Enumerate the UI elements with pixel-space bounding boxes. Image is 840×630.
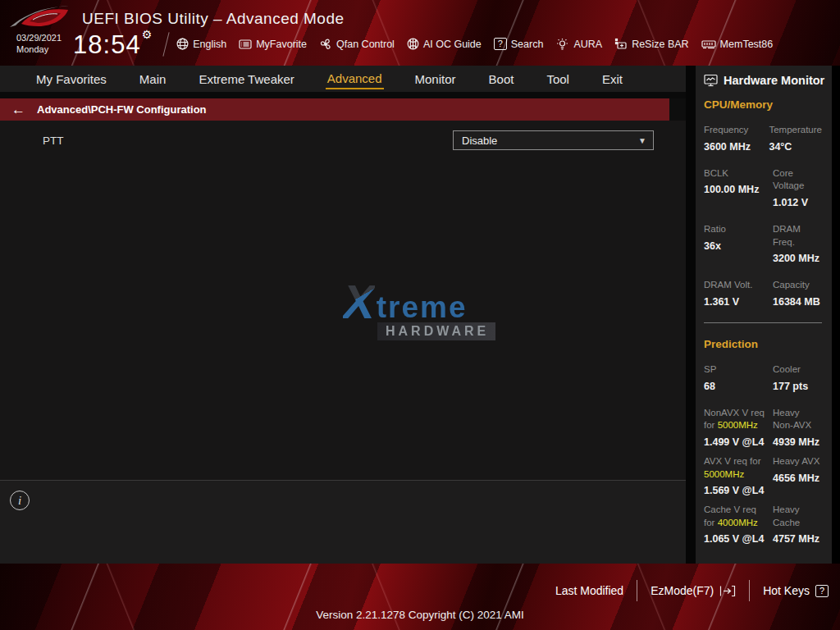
monitor-label: Heavy Cache [773, 504, 822, 529]
tab-exit[interactable]: Exit [600, 69, 624, 89]
app-title: UEFI BIOS Utility – Advanced Mode [82, 10, 345, 28]
ezmode-button[interactable]: EzMode(F7) [651, 584, 736, 597]
breadcrumb[interactable]: ← Advanced\PCH-FW Configuration [0, 98, 669, 121]
resize-bar-icon [614, 38, 628, 51]
monitor-value: 1.569 V @L4 [704, 484, 769, 497]
ptt-setting-label: PTT [43, 135, 64, 147]
monitor-value: 36x [704, 240, 769, 253]
monitor-label: SP [704, 363, 769, 377]
monitor-label: Heavy AVX [773, 455, 822, 468]
monitor-label: Heavy Non-AVX [773, 407, 822, 432]
search-button[interactable]: ? Search [494, 38, 544, 50]
date-value: 03/29/2021 [16, 33, 62, 44]
ai-oc-guide-button[interactable]: AI OC Guide [407, 38, 482, 50]
search-icon: ? [494, 38, 507, 50]
quick-item-label: AI OC Guide [423, 39, 482, 50]
footer-divider [749, 580, 750, 601]
monitor-value: 34°C [769, 140, 822, 153]
tab-advanced[interactable]: Advanced [326, 68, 384, 89]
quick-access-bar: 03/29/2021 Monday 18:54⚙ English MyFavor… [16, 28, 785, 60]
monitor-row-sp-cooler: SP68 Cooler177 pts [704, 363, 825, 393]
monitor-label: Temperature [769, 124, 822, 137]
main-column: My Favorites Main Extreme Tweaker Advanc… [0, 66, 686, 564]
quick-item-label: ReSize BAR [632, 39, 688, 50]
monitor-value: 1.361 V [704, 295, 769, 308]
tab-monitor[interactable]: Monitor [413, 69, 458, 89]
monitor-value: 4939 MHz [773, 436, 822, 449]
fan-icon [319, 38, 332, 51]
monitor-label: DRAM Volt. [704, 279, 769, 292]
monitor-value: 16384 MB [773, 295, 822, 308]
freq-highlight: 4000MHz [718, 518, 758, 527]
info-icon: i [10, 491, 30, 510]
globe-icon [176, 38, 189, 50]
monitor-row-avx: AVX V req for 5000MHz 1.569 V @L4 Heavy … [704, 455, 825, 497]
memtest86-button[interactable]: MemTest86 [701, 39, 774, 50]
mid-region: My Favorites Main Extreme Tweaker Advanc… [0, 66, 832, 564]
back-arrow-icon[interactable]: ← [11, 103, 25, 116]
sidebar-divider [704, 322, 822, 323]
quick-item-label: AURA [573, 39, 602, 50]
hardware-monitor-icon [704, 74, 719, 87]
bottom-bar: Last Modified EzMode(F7) Hot Keys ? Vers… [0, 564, 840, 630]
clock-display[interactable]: 18:54⚙ [73, 28, 153, 60]
memtest-icon [701, 39, 716, 50]
last-modified-button[interactable]: Last Modified [555, 584, 623, 597]
myfavorite-button[interactable]: MyFavorite [239, 39, 307, 50]
tab-my-favorites[interactable]: My Favorites [34, 69, 108, 89]
monitor-value: 4757 MHz [773, 532, 822, 546]
quick-item-label: Qfan Control [336, 39, 395, 50]
quick-item-label: English [193, 39, 226, 50]
monitor-value: 1.499 V @L4 [704, 436, 769, 449]
tab-main[interactable]: Main [138, 69, 168, 89]
header-divider [163, 32, 170, 56]
language-button[interactable]: English [176, 38, 226, 50]
resize-bar-button[interactable]: ReSize BAR [614, 38, 688, 51]
aura-button[interactable]: AURA [555, 38, 602, 51]
qfan-control-button[interactable]: Qfan Control [319, 38, 395, 51]
hotkeys-button[interactable]: Hot Keys ? [763, 584, 829, 597]
chevron-down-icon: ▼ [638, 136, 646, 145]
monitor-row-ratio-dramfreq: Ratio36x DRAM Freq.3200 MHz [704, 223, 825, 265]
monitor-label: AVX V req for [704, 456, 760, 466]
watermark-treme: treme [377, 294, 468, 321]
monitor-value: 1.012 V [773, 196, 822, 209]
monitor-row-frequency-temperature: Frequency3600 MHz Temperature34°C [704, 124, 825, 153]
monitor-label: Frequency [704, 124, 765, 137]
monitor-row-bclk-corevoltage: BCLK100.00 MHz Core Voltage1.012 V [704, 167, 825, 209]
monitor-value: 68 [704, 380, 769, 393]
date-display[interactable]: 03/29/2021 Monday [16, 33, 62, 56]
section-cpu-memory: CPU/Memory [704, 98, 825, 111]
footer-divider [637, 580, 637, 601]
quick-item-label: MyFavorite [256, 39, 307, 50]
ezmode-exit-icon [719, 585, 736, 597]
quick-item-label: Search [511, 39, 544, 50]
day-value: Monday [16, 44, 62, 56]
breadcrumb-label: Advanced\PCH-FW Configuration [37, 103, 207, 116]
tab-tool[interactable]: Tool [545, 69, 571, 89]
monitor-label: BCLK [704, 167, 769, 180]
monitor-value: 4656 MHz [773, 472, 822, 485]
monitor-value: 3200 MHz [773, 252, 822, 265]
xtreme-hardware-watermark: X treme HARDWARE [343, 283, 507, 340]
watermark-hardware: HARDWARE [377, 322, 495, 340]
top-header: UEFI BIOS Utility – Advanced Mode 03/29/… [0, 0, 840, 66]
help-panel: i [0, 480, 686, 564]
section-prediction: Prediction [704, 338, 825, 350]
tab-boot[interactable]: Boot [487, 69, 516, 89]
tab-extreme-tweaker[interactable]: Extreme Tweaker [197, 69, 295, 89]
clock-settings-gear-icon[interactable]: ⚙ [142, 28, 153, 41]
quick-item-label: MemTest86 [720, 39, 774, 50]
monitor-value: 1.065 V @L4 [704, 532, 769, 546]
settings-content: PTT Disable ▼ X treme HARDWARE [0, 121, 686, 480]
ptt-dropdown[interactable]: Disable ▼ [453, 130, 654, 150]
monitor-value: 177 pts [773, 380, 822, 393]
monitor-label: Capacity [773, 279, 822, 292]
hardware-monitor-panel: Hardware Monitor CPU/Memory Frequency360… [696, 66, 832, 564]
freq-highlight: 5000MHz [704, 469, 744, 479]
ai-oc-icon [407, 38, 419, 50]
menu-tab-bar: My Favorites Main Extreme Tweaker Advanc… [0, 66, 686, 92]
monitor-label: Core Voltage [773, 167, 822, 193]
monitor-value: 3600 MHz [704, 140, 765, 153]
footer-actions: Last Modified EzMode(F7) Hot Keys ? [555, 580, 829, 601]
